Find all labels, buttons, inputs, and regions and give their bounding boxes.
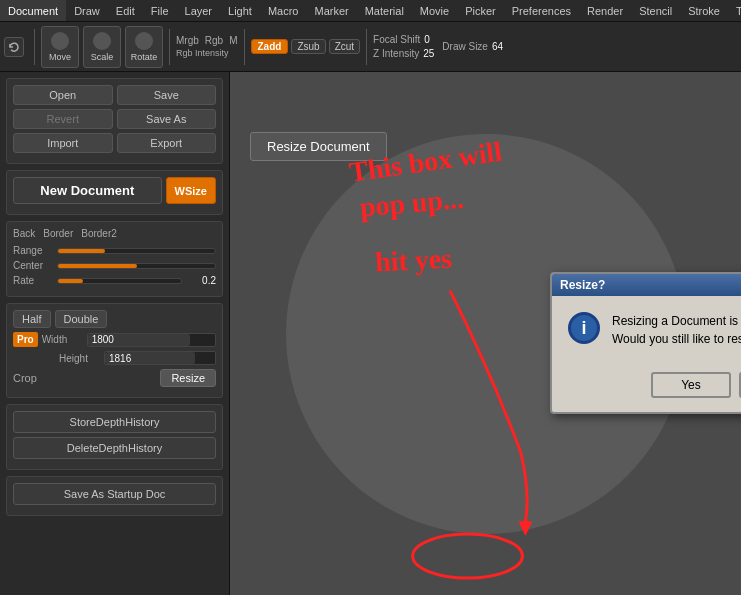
rate-value: 0.2: [186, 275, 216, 286]
range-label: Range: [13, 245, 53, 256]
range-slider[interactable]: [57, 248, 216, 254]
border2-label: Border2: [81, 228, 117, 239]
menu-document[interactable]: Document: [0, 0, 66, 21]
toolbar: Move Scale Rotate Mrgb Rgb M Rgb Intensi…: [0, 22, 741, 72]
focal-shift-value: 0: [424, 34, 430, 45]
rgb-intensity-label: Rgb Intensity: [176, 48, 229, 58]
mrgb-label: Mrgb: [176, 35, 199, 46]
dialog-title-bar: Resize? ✕: [552, 274, 741, 296]
menu-macro[interactable]: Macro: [260, 0, 307, 21]
half-button[interactable]: Half: [13, 310, 51, 328]
save-startup-button[interactable]: Save As Startup Doc: [13, 483, 216, 505]
menu-layer[interactable]: Layer: [177, 0, 221, 21]
menu-draw[interactable]: Draw: [66, 0, 108, 21]
depth-section: StoreDepthHistory DeleteDepthHistory: [6, 404, 223, 470]
dialog-buttons: Yes No: [552, 364, 741, 412]
startup-section: Save As Startup Doc: [6, 476, 223, 516]
resize-dialog: Resize? ✕ i Resizing a Document is not a…: [550, 272, 741, 414]
open-button[interactable]: Open: [13, 85, 113, 105]
move-button[interactable]: Move: [41, 26, 79, 68]
menu-bar: Document Draw Edit File Layer Light Macr…: [0, 0, 741, 22]
dialog-body: i Resizing a Document is not an Undoable…: [552, 296, 741, 364]
center-slider[interactable]: [57, 263, 216, 269]
height-value: 1816: [109, 353, 131, 364]
resize-document-button[interactable]: Resize Document: [250, 132, 387, 161]
export-button[interactable]: Export: [117, 133, 217, 153]
menu-preferences[interactable]: Preferences: [504, 0, 579, 21]
file-section: Open Save Revert Save As Import Export: [6, 78, 223, 164]
zcut-button[interactable]: Zcut: [329, 39, 360, 54]
dialog-message: Resizing a Document is not an Undoable o…: [612, 312, 741, 348]
new-document-button[interactable]: New Document: [13, 177, 162, 204]
refresh-icon[interactable]: [4, 37, 24, 57]
pro-badge: Pro: [13, 332, 38, 347]
save-as-button[interactable]: Save As: [117, 109, 217, 129]
menu-material[interactable]: Material: [357, 0, 412, 21]
dialog-message-line1: Resizing a Document is not an Undoable o…: [612, 314, 741, 328]
menu-light[interactable]: Light: [220, 0, 260, 21]
menu-picker[interactable]: Picker: [457, 0, 504, 21]
menu-file[interactable]: File: [143, 0, 177, 21]
rate-label: Rate: [13, 275, 53, 286]
revert-button[interactable]: Revert: [13, 109, 113, 129]
menu-movie[interactable]: Movie: [412, 0, 457, 21]
height-slider[interactable]: 1816: [104, 351, 216, 365]
save-button[interactable]: Save: [117, 85, 217, 105]
height-label: Height: [59, 353, 104, 364]
m-label: M: [229, 35, 237, 46]
draw-size-label: Draw Size: [442, 41, 488, 52]
zadd-button[interactable]: Zadd: [251, 39, 289, 54]
zsub-button[interactable]: Zsub: [291, 39, 325, 54]
wsize-button[interactable]: WSize: [166, 177, 216, 204]
z-intensity-label: Z Intensity: [373, 48, 419, 59]
back-label: Back: [13, 228, 35, 239]
rgb-label: Rgb: [205, 35, 223, 46]
menu-stencil[interactable]: Stencil: [631, 0, 680, 21]
width-value: 1800: [92, 334, 114, 345]
menu-stroke[interactable]: Stroke: [680, 0, 728, 21]
canvas-area: Resize Document This box will pop up... …: [230, 72, 741, 595]
dialog-info-icon: i: [568, 312, 600, 344]
dialog-title: Resize?: [560, 278, 605, 292]
menu-render[interactable]: Render: [579, 0, 631, 21]
focal-shift-label: Focal Shift: [373, 34, 420, 45]
main-area: Open Save Revert Save As Import Export N…: [0, 72, 741, 595]
z-intensity-value: 25: [423, 48, 434, 59]
background-section: Back Border Border2 Range Center Rate: [6, 221, 223, 297]
double-button[interactable]: Double: [55, 310, 108, 328]
menu-edit[interactable]: Edit: [108, 0, 143, 21]
left-panel: Open Save Revert Save As Import Export N…: [0, 72, 230, 595]
delete-depth-button[interactable]: DeleteDepthHistory: [13, 437, 216, 459]
dialog-message-line2: Would you still like to resize this Docu…: [612, 332, 741, 346]
menu-texture[interactable]: Texture: [728, 0, 741, 21]
dialog-yes-button[interactable]: Yes: [651, 372, 731, 398]
store-depth-button[interactable]: StoreDepthHistory: [13, 411, 216, 433]
svg-point-4: [413, 534, 523, 578]
border-label: Border: [43, 228, 73, 239]
width-slider[interactable]: 1800: [87, 333, 216, 347]
rate-slider[interactable]: [57, 278, 182, 284]
rotate-button[interactable]: Rotate: [125, 26, 163, 68]
menu-marker[interactable]: Marker: [306, 0, 356, 21]
scale-button[interactable]: Scale: [83, 26, 121, 68]
resize-button[interactable]: Resize: [160, 369, 216, 387]
import-button[interactable]: Import: [13, 133, 113, 153]
new-doc-section: New Document WSize: [6, 170, 223, 215]
crop-label: Crop: [13, 372, 160, 384]
width-label: Width: [42, 334, 87, 345]
dimensions-section: Half Double Pro Width 1800 Height 1816 C: [6, 303, 223, 398]
draw-size-value: 64: [492, 41, 503, 52]
center-label: Center: [13, 260, 53, 271]
